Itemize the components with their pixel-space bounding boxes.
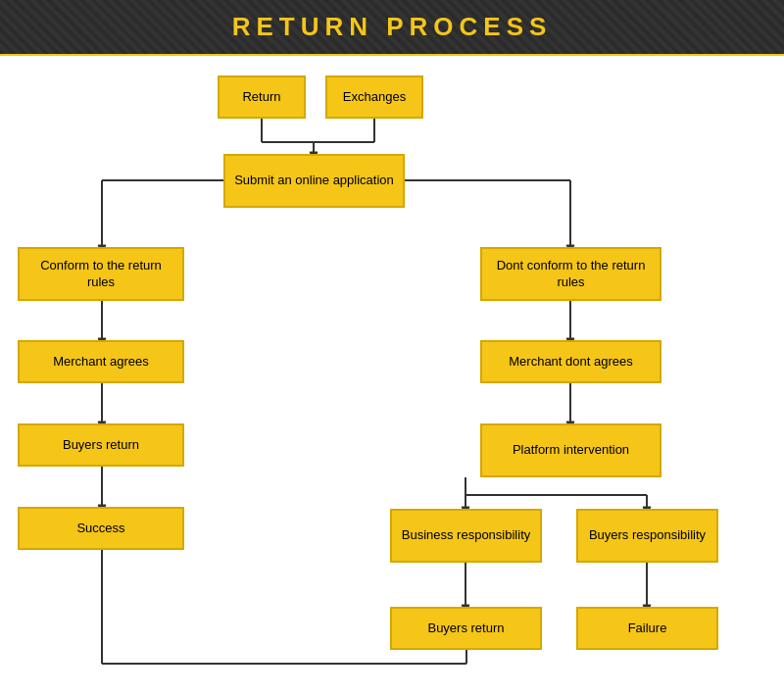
platform-box: Platform intervention — [480, 423, 662, 477]
submit-box: Submit an online application — [223, 154, 405, 208]
merchant-dont-box: Merchant dont agrees — [480, 340, 662, 383]
not-conform-box: Dont conform to the return rules — [480, 247, 662, 301]
success-box: Success — [18, 507, 184, 550]
buyers-responsibility-box: Buyers responsibility — [576, 509, 718, 563]
diagram: Return Exchanges Submit an online applic… — [0, 56, 784, 695]
merchant-agrees-box: Merchant agrees — [18, 340, 184, 383]
business-responsibility-box: Business responsibility — [390, 509, 542, 563]
conform-box: Conform to the return rules — [18, 247, 184, 301]
exchanges-box: Exchanges — [325, 75, 423, 119]
buyers-return-mid-box: Buyers return — [390, 607, 542, 650]
failure-box: Failure — [576, 607, 718, 650]
return-box: Return — [218, 75, 306, 119]
buyers-return-left-box: Buyers return — [18, 423, 184, 467]
header: RETURN PROCESS — [0, 0, 784, 56]
